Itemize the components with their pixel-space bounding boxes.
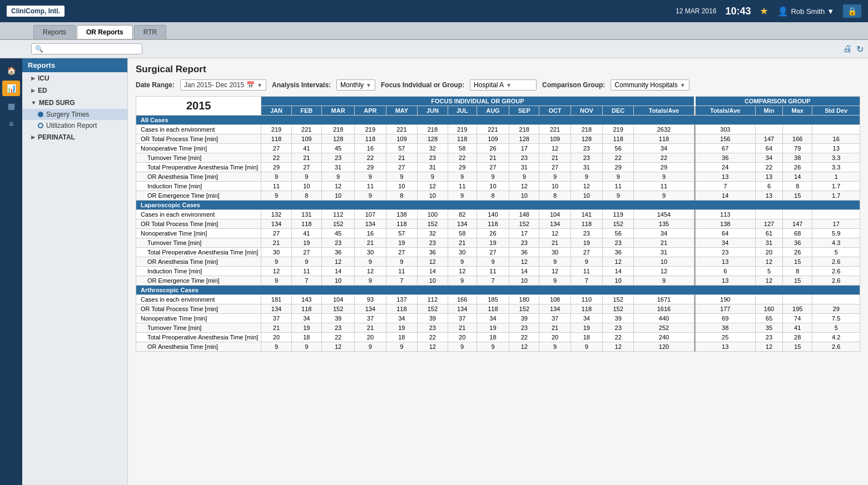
app-logo: CliniComp, Intl. <box>7 6 65 17</box>
focus-dropdown-icon: ▼ <box>506 82 512 88</box>
col-max: Max <box>783 106 812 116</box>
col-may: MAY <box>386 106 418 116</box>
date-display: 12 MAR 2016 <box>676 7 716 15</box>
table-row: Turnover Time [min]211923211923211923211… <box>136 238 860 248</box>
tab-or-reports[interactable]: OR Reports <box>77 25 133 39</box>
sidebar-item-utilization-report[interactable]: Utilization Report <box>22 120 127 131</box>
table-row: Nonoperative Time [min]27414516573258261… <box>136 144 860 153</box>
focus-label: Focus Indvidual or Group: <box>381 81 464 89</box>
nav-table[interactable]: ≡ <box>2 116 20 132</box>
search-icon: 🔍 <box>35 45 43 53</box>
table-row: Nonoperative Time [min]27414516573258261… <box>136 229 860 238</box>
radio-selected-icon <box>38 112 43 117</box>
col-jul: JUL <box>448 106 477 116</box>
analysis-label: Analysis Intervals: <box>272 81 331 89</box>
nav-grid[interactable]: ▦ <box>2 98 20 114</box>
user-dropdown-icon: ▼ <box>827 7 834 16</box>
topbar-right: 12 MAR 2016 10:43 ★ 👤 Rob Smith ▼ 🔒 <box>676 4 861 18</box>
arrow-icon: ▼ <box>31 100 36 106</box>
sidebar-item-medsurg[interactable]: ▼ MED SURG <box>22 97 127 109</box>
search-input-wrap[interactable]: 🔍 <box>31 43 142 54</box>
calendar-icon[interactable]: 📅 <box>246 81 255 89</box>
reports-sidebar: Reports ▶ ICU ▶ ED ▼ MED SURG Surgery Ti… <box>22 58 128 485</box>
reports-sidebar-header: Reports <box>22 58 127 72</box>
year-header: 2015 <box>136 97 261 116</box>
table-row: OR Total Process Time [min]1181091281181… <box>136 134 860 144</box>
section-header-row: Laparoscopic Cases <box>136 201 860 210</box>
section-header-row: All Cases <box>136 116 860 125</box>
arrow-icon: ▶ <box>31 76 35 81</box>
username: Rob Smith <box>791 7 825 16</box>
search-input[interactable] <box>46 45 138 53</box>
date-range-label: Date Range: <box>136 81 175 89</box>
user-menu[interactable]: 👤 Rob Smith ▼ <box>777 6 834 17</box>
focus-group-header: FOCUS INDIVIDUAL OR GROUP <box>261 97 695 106</box>
content-area: Reports ▶ ICU ▶ ED ▼ MED SURG Surgery Ti… <box>22 58 868 485</box>
sidebar-item-icu[interactable]: ▶ ICU <box>22 72 127 84</box>
topbar: CliniComp, Intl. 12 MAR 2016 10:43 ★ 👤 R… <box>0 0 868 22</box>
table-row: OR Total Process Time [min]1341181521341… <box>136 304 860 314</box>
date-dropdown-icon[interactable]: ▼ <box>257 82 262 88</box>
table-row: OR Emergence Time [min]97109710971097109… <box>136 276 860 286</box>
time-display: 10:43 <box>725 6 751 17</box>
table-row: Turnover Time [min]211923211923211923211… <box>136 323 860 333</box>
report-controls: Date Range: Jan 2015- Dec 2015 📅 ▼ Analy… <box>136 79 860 91</box>
ed-label: ED <box>38 87 47 94</box>
arrow-icon: ▶ <box>31 88 35 93</box>
table-row: Induction Time [min]12111412111412111412… <box>136 267 860 276</box>
user-icon: 👤 <box>777 6 788 17</box>
surgical-report-table: 2015 FOCUS INDIVIDUAL OR GROUP COMPARISO… <box>136 96 860 352</box>
col-jun: JUN <box>418 106 448 116</box>
col-stddev: Std Dev <box>812 106 860 116</box>
tab-rtr[interactable]: RTR <box>134 25 166 39</box>
comparison-select[interactable]: Community Hospitals ▼ <box>611 79 689 91</box>
sidebar-item-ed[interactable]: ▶ ED <box>22 84 127 97</box>
sidebar-item-perinatal[interactable]: ▶ PERINATAL <box>22 131 127 143</box>
comparison-label: Comparison Group: <box>542 81 605 89</box>
table-row: Induction Time [min]11101211101211101210… <box>136 182 860 191</box>
date-range-value[interactable]: Jan 2015- Dec 2015 📅 ▼ <box>180 79 266 91</box>
icon-sidebar: 🏠 📊 ▦ ≡ <box>0 58 22 485</box>
print-icon[interactable]: 🖨 <box>843 44 852 54</box>
refresh-icon[interactable]: ↻ <box>856 44 864 54</box>
table-row: OR Anesthesia Time [min]9999999999999131… <box>136 172 860 182</box>
col-totals-focus: Totals/Ave <box>634 106 695 116</box>
nav-home[interactable]: 🏠 <box>2 63 20 78</box>
icu-label: ICU <box>38 74 49 82</box>
analysis-select[interactable]: Monthly ▼ <box>336 79 375 91</box>
section-header-row: Arthroscopic Cases <box>136 286 860 295</box>
medsurg-label: MED SURG <box>39 99 75 107</box>
table-row: Turnover Time [min]222123222123222123212… <box>136 153 860 163</box>
analysis-dropdown-icon: ▼ <box>366 82 371 88</box>
col-sep: SEP <box>509 106 539 116</box>
col-totals-comp: Totals/Ave <box>695 106 755 116</box>
lock-button[interactable]: 🔒 <box>843 4 861 18</box>
comparison-value: Community Hospitals <box>614 81 677 89</box>
report-title: Surgical Report <box>136 64 860 75</box>
report-content: Surgical Report Date Range: Jan 2015- De… <box>128 58 868 485</box>
main-layout: 🏠 📊 ▦ ≡ Reports ▶ ICU ▶ ED ▼ MED SURG Su… <box>0 58 868 485</box>
col-min: Min <box>755 106 782 116</box>
arrow-icon: ▶ <box>31 134 35 140</box>
date-range-text: Jan 2015- Dec 2015 <box>184 81 244 89</box>
comparison-group-header: COMPARISON GROUP <box>695 97 860 106</box>
table-row: Total Preoperative Anesthesia Time [min]… <box>136 163 860 172</box>
sidebar-item-surgery-times[interactable]: Surgery Times <box>22 109 127 120</box>
col-nov: NOV <box>571 106 602 116</box>
comparison-dropdown-icon: ▼ <box>680 82 686 88</box>
radio-icon <box>38 123 43 128</box>
table-row: Total Preoperative Anesthesia Time [min]… <box>136 333 860 342</box>
col-jan: JAN <box>261 106 291 116</box>
col-mar: MAR <box>321 106 354 116</box>
star-icon[interactable]: ★ <box>760 5 768 17</box>
group-header-row: 2015 FOCUS INDIVIDUAL OR GROUP COMPARISO… <box>136 97 860 106</box>
surgery-times-label: Surgery Times <box>46 111 89 118</box>
col-feb: FEB <box>291 106 321 116</box>
focus-select[interactable]: Hospital A ▼ <box>470 79 537 91</box>
table-row: Cases in each environment132131112107138… <box>136 210 860 219</box>
table-row: Cases in each environment181143104931371… <box>136 295 860 304</box>
tab-reports[interactable]: Reports <box>33 25 76 39</box>
analysis-value: Monthly <box>340 81 364 89</box>
search-bar-area: 🔍 🖨 ↻ <box>0 40 868 58</box>
nav-reports[interactable]: 📊 <box>2 81 20 96</box>
